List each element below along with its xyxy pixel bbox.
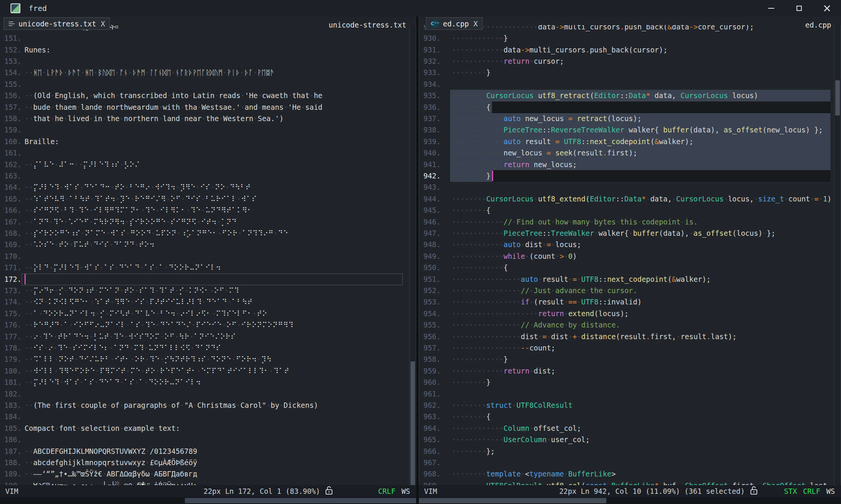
code-line[interactable]: 169.··⠡⠕⠎⠑·⠞⠕·⠏⠥⠞·⠙⠊⠎·⠙⠁⠝⠙·⠞⠕⠲ (0, 239, 416, 250)
vertical-scrollbar[interactable] (409, 17, 416, 485)
code-line[interactable]: 963.········{ (419, 411, 841, 423)
code-line[interactable]: 157.··bude·thaem·lande·northweardum·with… (0, 101, 416, 113)
code-line[interactable]: 934. (419, 78, 841, 90)
code-line[interactable]: 965.············UserColumn·user_col; (419, 434, 841, 446)
scrollbar-thumb[interactable] (419, 498, 606, 503)
code-line[interactable]: 954.····················return·extend(lo… (419, 308, 841, 320)
code-line[interactable]: 950.············{ (419, 262, 841, 274)
code-line[interactable]: 179.··⠩⠁⠇⠇·⠝⠕⠞·⠙⠊⠌⠥⠗⠃·⠊⠞⠂·⠕⠗·⠹⠑·⡊⠳⠝⠞⠗⠹⠰⠎… (0, 353, 416, 365)
line-number: 940. (419, 147, 441, 158)
code-line[interactable]: 166.··⠎⠊⠛⠝⠫·⠃⠹·⠹⠑·⠊⠇⠻⠛⠹⠍⠁⠝⠂·⠹⠑·⠊⠇⠻⠅⠂·⠹⠑·… (0, 204, 416, 216)
code-line[interactable]: 190.··∀∂∈ℝ∧∪≡∞·↑↗↨↻⇣·┐┼╔╘░►☺♀·ﬁ�⑀₂ἠḂӥẄɐː… (0, 480, 416, 485)
scrollbar-thumb[interactable] (411, 361, 415, 485)
code-line[interactable]: 163. (0, 170, 416, 182)
code-line[interactable]: 955.················//·Advance·by·distan… (419, 319, 841, 331)
code-line[interactable]: 154.··ᚻᛖ·ᚳᚹᚫᚦ·ᚦᚫᛏ·ᚻᛖ·ᛒᚢᛞᛖ·ᚩᚾ·ᚦᚫᛗ·ᛚᚪᚾᛞᛖ·ᚾ… (0, 67, 416, 78)
scrollbar-thumb[interactable] (185, 498, 416, 503)
code-line[interactable]: 185.Compact·font·selection·example·text: (0, 423, 416, 434)
tab-close-icon[interactable]: X (101, 20, 105, 28)
code-line[interactable]: 964.············Column·offset_col; (419, 423, 841, 434)
code-line[interactable]: 177.··⠔·⠹⠑·⠞⠗⠁⠙⠑⠲·⡃⠥⠞·⠹⠑·⠺⠊⠎⠙⠕⠍·⠕⠋·⠳⠗·⠁⠝… (0, 331, 416, 343)
code-line[interactable]: 958.············} (419, 353, 841, 365)
code-line[interactable]: 946.············//·Find·out·how·many·byt… (419, 216, 841, 228)
text-lines[interactable]: 150.··ሥራ·ከመፍታት·ልጄን·ላፋታት።151.152.Runes:15… (0, 17, 416, 485)
code-line[interactable]: 155. (0, 78, 416, 90)
code-line[interactable]: 952.················//·Just·advance·the·… (419, 285, 841, 297)
tab-unicode-stress[interactable]: unicode-stress.txt X (4, 17, 110, 30)
code-line[interactable]: 165.··⠱⠁⠞⠑⠧⠻·⠁⠃⠳⠞·⠹⠁⠞⠲·⡹⠑·⠗⠑⠛⠊⠌⠻·⠕⠋·⠙⠊⠎·… (0, 193, 416, 205)
editor-pane-text[interactable]: 150.··ሥራ·ከመፍታት·ልጄን·ላፋታት።151.152.Runes:15… (0, 17, 416, 485)
code-line[interactable]: 189.··–—‘“”„†•…‰™œŠŸž€·ΑΒΓΔΩαβγδω·АБВГДа… (0, 468, 416, 480)
code-line[interactable]: 162.··⡌⠁⠧⠑·⠼⠁⠒··⡍⠜⠇⠑⠹⠰⠎·⡣⠕⠌ (0, 159, 416, 171)
line-number: 934. (419, 78, 441, 90)
code-line[interactable]: 967. (419, 457, 841, 469)
code-line[interactable]: 968.········template·<typename·BufferLik… (419, 468, 841, 480)
maximize-button[interactable] (785, 0, 813, 17)
code-line[interactable]: 156.··(Old·English,·which·transcribed·in… (0, 90, 416, 101)
code-line[interactable]: 966.········}; (419, 446, 841, 457)
code-line[interactable]: 152.Runes: (0, 44, 416, 56)
code-line[interactable]: 184. (0, 411, 416, 423)
horizontal-scrollbar[interactable] (419, 497, 841, 504)
code-line[interactable]: 173.··⡍⠔⠙⠖·⡊·⠙⠕⠝⠰⠞·⠍⠑⠁⠝·⠞⠕·⠎⠁⠹·⠹⠁⠞·⡊·⠅⠝⠪… (0, 285, 416, 297)
lock-icon[interactable] (325, 486, 333, 496)
scrollbar-thumb[interactable] (835, 80, 840, 115)
line-number: 942. (419, 170, 441, 181)
line-number: 176. (0, 319, 22, 330)
code-line[interactable]: 959.············return·dist; (419, 365, 841, 377)
code-line[interactable]: 153. (0, 55, 416, 67)
code-line[interactable]: 151. (0, 32, 416, 44)
code-line[interactable]: 943. (419, 181, 841, 193)
code-line[interactable]: 182. (0, 388, 416, 400)
tab-ed-cpp[interactable]: C⁺⁺ ed.cpp X (426, 17, 483, 30)
code-line[interactable]: 167.··⠁⠝⠙·⠹⠑·⠡⠊⠑⠋·⠍⠳⠗⠝⠻⠲·⡎⠊⠗⠕⠕⠛⠑·⠎⠊⠛⠝⠫·⠊… (0, 216, 416, 228)
code-line[interactable]: 949.············while·(count·>·0) (419, 250, 841, 262)
code-line[interactable]: 181.··⡍⠜⠇⠑⠹·⠺⠁⠎·⠁⠎·⠙⠑⠁⠙·⠁⠎·⠁·⠙⠕⠕⠗⠤⠝⠁⠊⠇⠲ (0, 376, 416, 388)
code-line[interactable]: 180.··⠺⠊⠇⠇·⠹⠻⠑⠋⠕⠗⠑·⠏⠻⠍⠊⠞·⠍⠑·⠞⠕·⠗⠑⠏⠑⠁⠞⠂·⠑… (0, 365, 416, 377)
code-line[interactable]: 159. (0, 124, 416, 136)
tab-close-icon[interactable]: X (474, 20, 478, 28)
minimize-button[interactable] (757, 0, 785, 17)
code-line[interactable]: 174.··⠪⠝·⠅⠝⠪⠇⠫⠛⠑⠂·⠱⠁⠞·⠹⠻⠑·⠊⠎·⠏⠜⠞⠊⠊⠥⠇⠜⠇⠹·… (0, 296, 416, 308)
code-line[interactable]: 170. (0, 250, 416, 262)
code-line[interactable]: 953.················if·(result·==·UTF8::… (419, 296, 841, 308)
code-line[interactable]: 960.········} (419, 376, 841, 388)
horizontal-scrollbar[interactable] (0, 497, 416, 504)
code-line[interactable]: 160.Braille: (0, 136, 416, 148)
code-line[interactable]: 164.··⡍⠜⠇⠑⠹·⠺⠁⠎·⠙⠑⠁⠙⠒·⠞⠕·⠃⠑⠛⠔·⠺⠊⠹⠲·⡹⠻⠑·⠊… (0, 181, 416, 193)
code-line[interactable]: 183.··(The·first·couple·of·paragraphs·of… (0, 400, 416, 411)
code-line[interactable]: 930.············} (419, 32, 841, 44)
code-line[interactable]: 956.················dist·=·dist·+·distan… (419, 331, 841, 343)
code-line[interactable]: 962.········struct·UTF8ColResult (419, 400, 841, 411)
code-line[interactable]: 932.············return·cursor; (419, 55, 841, 67)
code-line[interactable]: 158.··that·he·lived·in·the·northern·land… (0, 113, 416, 124)
code-line[interactable]: 961. (419, 388, 841, 400)
code-line[interactable]: 168.··⡎⠊⠗⠕⠕⠛⠑⠰⠎·⠝⠁⠍⠑·⠺⠁⠎·⠛⠕⠕⠙·⠥⠏⠕⠝·⠰⡡⠁⠝⠛… (0, 227, 416, 239)
file-format-flags: CRLFWS (378, 487, 410, 495)
code-line[interactable]: 188.··abcdefghijklmnopqrstuvwxyz·£©µÀÆÖÞ… (0, 457, 416, 469)
pane-divider[interactable] (416, 17, 419, 504)
line-number: 931. (419, 44, 441, 55)
code-line[interactable]: 171.··⡕⠇⠙·⡍⠜⠇⠑⠹·⠺⠁⠎·⠁⠎·⠙⠑⠁⠙·⠁⠎·⠁·⠙⠕⠕⠗⠤⠝⠁… (0, 262, 416, 274)
code-line[interactable]: 175.··⠁·⠙⠕⠕⠗⠤⠝⠁⠊⠇⠲·⡊·⠍⠊⠣⠞·⠙⠁⠧⠑·⠃⠑⠲·⠔⠊⠇⠔⠫… (0, 308, 416, 320)
code-line[interactable]: 178.··⠊⠎·⠔·⠹⠑·⠎⠊⠍⠊⠇⠑⠆·⠁⠝⠙·⠍⠹·⠥⠝⠙⠁⠇⠇⠪⠫·⠙⠁… (0, 342, 416, 354)
code-line[interactable]: 957.················--count; (419, 342, 841, 354)
vertical-scrollbar[interactable] (834, 17, 841, 485)
code-line[interactable]: 161. (0, 147, 416, 159)
code-line[interactable]: 187.··ABCDEFGHIJKLMNOPQRSTUVWXYZ·/012345… (0, 446, 416, 457)
code-line[interactable]: 176.··⠗⠑⠛⠜⠙·⠁·⠊⠕⠋⠋⠔⠤⠝⠁⠊⠇·⠁⠎·⠹⠑·⠙⠑⠁⠙⠑⠌·⠏⠊… (0, 319, 416, 331)
code-line[interactable]: 969.········UTF8ColResult·utf8_col(const… (419, 480, 841, 485)
code-line[interactable]: 944.········CursorLocus·utf8_extend(Edit… (419, 193, 841, 205)
code-line[interactable]: 948.············auto·dist·=·locus; (419, 239, 841, 250)
code-line[interactable]: 945.········{ (419, 204, 841, 216)
code-line[interactable]: 931.············data->multi_cursors.push… (419, 44, 841, 56)
code-line[interactable]: 951.················auto·result·=·UTF8::… (419, 274, 841, 285)
line-number: 950. (419, 262, 441, 273)
code-line[interactable]: 947.············PieceTree::TreeWalker·wa… (419, 227, 841, 239)
code-line[interactable]: 933.········} (419, 67, 841, 78)
lock-icon[interactable] (750, 486, 758, 496)
code-line[interactable]: 186. (0, 434, 416, 446)
code-lines[interactable]: 929.····················data->multi_curs… (419, 17, 841, 485)
close-button[interactable]: × (813, 0, 841, 17)
editor-pane-code[interactable]: 929.····················data->multi_curs… (419, 17, 841, 485)
